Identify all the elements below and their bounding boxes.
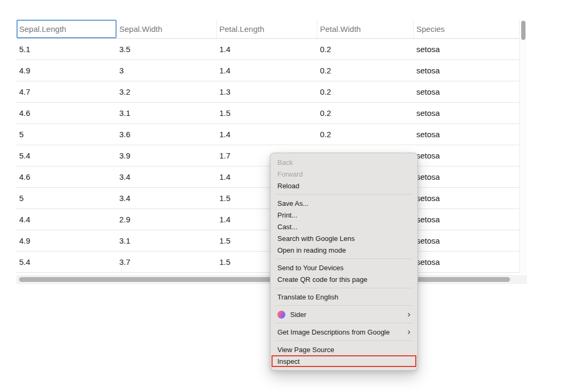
table-cell: 3.6 [117,124,217,145]
table-cell: 4.4 [17,209,117,230]
table-row: 5.13.51.40.2setosa [17,39,519,60]
context-menu: BackForwardReloadSave As...Print...Cast.… [270,153,418,371]
column-header-sepal-length[interactable]: Sepal.Length [17,20,117,38]
table-row: 4.931.40.2setosa [17,60,519,81]
table-cell: 1.4 [217,39,317,60]
table-cell: 1.3 [217,81,317,102]
menu-item-search-with-google-lens[interactable]: Search with Google Lens [270,232,417,244]
table-cell: setosa [414,188,519,208]
table-cell: 4.6 [17,166,117,187]
menu-item-open-in-reading-mode[interactable]: Open in reading mode [270,244,417,256]
table-cell: 3.4 [117,166,217,187]
table-cell: setosa [414,252,519,272]
table-cell: 3.1 [117,103,217,123]
table-cell: 3.5 [117,39,217,60]
menu-item-get-image-descriptions-from-google[interactable]: Get Image Descriptions from Google› [270,326,417,338]
table-row: 4.42.91.40.2setosa [17,209,519,230]
table-cell: 3 [117,60,217,81]
table-cell: setosa [414,103,519,123]
table-cell: 2.9 [117,209,217,230]
menu-separator [275,340,413,341]
horizontal-scrollbar-thumb[interactable] [19,277,510,282]
table-cell: setosa [414,39,519,60]
menu-item-save-as[interactable]: Save As... [270,197,417,209]
table-cell: 3.1 [117,230,217,251]
chevron-right-icon: › [407,327,410,336]
menu-item-back: Back [270,156,417,168]
table-cell: 4.9 [17,60,117,81]
menu-item-label: Back [277,159,293,166]
table-cell: 5.4 [17,252,117,272]
vertical-scrollbar[interactable] [519,20,527,273]
menu-item-reload[interactable]: Reload [270,180,417,191]
table-cell: 0.2 [317,81,414,102]
table-row: 4.93.11.50.1setosa [17,230,519,252]
menu-item-view-page-source[interactable]: View Page Source [270,344,417,355]
menu-item-translate-to-english[interactable]: Translate to English [270,291,417,303]
table-cell: 0.2 [317,60,414,81]
table-body: 5.13.51.40.2setosa4.931.40.2setosa4.73.2… [17,39,519,273]
menu-item-label: View Page Source [277,346,334,354]
table-cell: 5.1 [17,39,117,60]
table-cell: 5 [17,124,117,145]
table-cell: 1.4 [217,60,317,81]
table-header-row: Sepal.LengthSepal.WidthPetal.LengthPetal… [17,20,519,39]
menu-item-label: Open in reading mode [277,246,346,254]
menu-item-label: Forward [277,170,303,178]
table-row: 4.63.41.40.3setosa [17,166,519,188]
menu-item-label: Reload [277,182,299,190]
menu-item-label: Get Image Descriptions from Google [277,328,390,336]
chevron-right-icon: › [407,310,410,319]
table-cell: 5 [17,188,117,208]
menu-item-label: Save As... [277,199,309,207]
menu-item-label: Create QR code for this page [277,276,367,283]
menu-item-cast[interactable]: Cast... [270,221,417,232]
menu-separator [275,194,413,195]
menu-separator [275,258,413,259]
menu-item-label: Print... [277,211,298,219]
table-cell: setosa [414,166,519,187]
menu-item-label: Search with Google Lens [277,235,355,243]
table-cell: setosa [414,209,519,230]
table-cell: 4.6 [17,103,117,123]
table-main: Sepal.LengthSepal.WidthPetal.LengthPetal… [17,20,519,273]
menu-separator [275,288,413,288]
table-cell: setosa [414,60,519,81]
menu-item-forward: Forward [270,168,417,180]
table-cell: 5.4 [17,145,117,166]
column-header-petal-length[interactable]: Petal.Length [217,20,317,38]
table-row: 4.73.21.30.2setosa [17,81,519,103]
menu-item-label: Translate to English [277,293,338,301]
table-cell: 3.9 [117,145,217,166]
table-cell: 3.4 [117,188,217,208]
menu-item-create-qr-code-for-this-page[interactable]: Create QR code for this page [270,273,417,285]
menu-item-label: Sider [290,311,306,319]
menu-item-label: Cast... [277,223,298,231]
table-cell: 0.2 [317,124,414,145]
table-cell: 1.5 [217,103,317,123]
sider-brain-icon [277,311,285,319]
table-cell: 1.4 [217,124,317,145]
table-cell: setosa [414,124,519,145]
column-header-petal-width[interactable]: Petal.Width [317,20,414,38]
menu-item-print[interactable]: Print... [270,209,417,221]
menu-item-inspect[interactable]: Inspect [270,355,417,367]
table-cell: setosa [414,81,519,102]
vertical-scrollbar-thumb[interactable] [521,21,525,40]
menu-item-sider[interactable]: Sider› [270,308,417,320]
menu-item-label: Send to Your Devices [277,264,343,272]
column-header-sepal-width[interactable]: Sepal.Width [117,20,217,38]
column-header-species[interactable]: Species [414,20,519,38]
menu-item-send-to-your-devices[interactable]: Send to Your Devices [270,262,417,273]
table-cell: setosa [414,230,519,251]
table-cell: 0.2 [317,103,414,123]
menu-separator [275,323,413,323]
table-row: 53.61.40.2setosa [17,124,519,145]
table-cell: setosa [414,145,519,166]
menu-item-label: Inspect [277,357,300,365]
menu-separator [275,305,413,306]
table-row: 5.43.71.50.2setosa [17,252,519,273]
table-row: 5.43.91.70.4setosa [17,145,519,166]
table-cell: 4.7 [17,81,117,102]
table-cell: 0.2 [317,39,414,60]
